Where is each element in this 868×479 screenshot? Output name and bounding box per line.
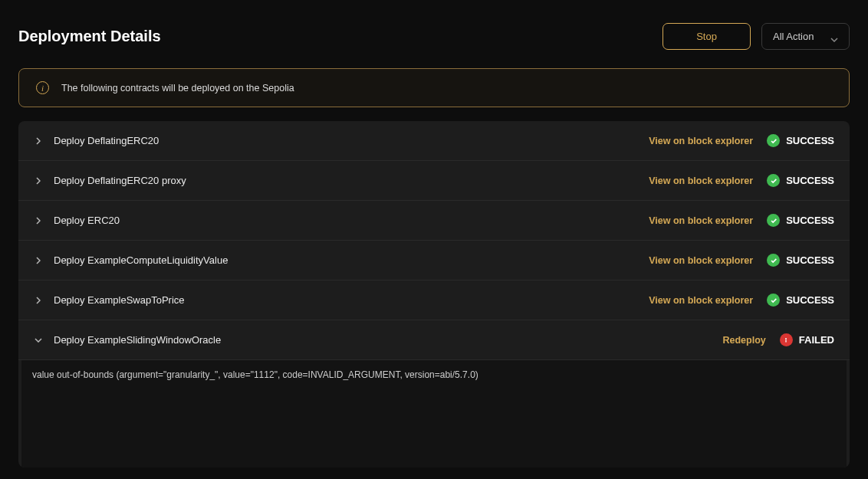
deploy-label: Deploy ExampleComputeLiquidityValue <box>54 254 649 266</box>
deploy-label: Deploy ExampleSwapToPrice <box>54 294 649 306</box>
redeploy-link[interactable]: Redeploy <box>723 335 766 346</box>
deploy-item-expanded[interactable]: Deploy ExampleSlidingWindowOracle Redepl… <box>18 320 850 360</box>
deploy-label: Deploy ExampleSlidingWindowOracle <box>54 334 723 346</box>
chevron-down-icon <box>830 33 838 41</box>
status-text: SUCCESS <box>786 175 834 186</box>
chevron-right-icon[interactable] <box>34 136 43 146</box>
deploy-item[interactable]: Deploy DeflatingERC20 View on block expl… <box>18 121 850 161</box>
deploy-label: Deploy DeflatingERC20 <box>54 135 649 146</box>
error-icon <box>780 333 793 346</box>
status-badge: FAILED <box>780 333 834 346</box>
check-icon <box>767 214 780 227</box>
page-header: Deployment Details Stop All Action <box>18 23 850 50</box>
chevron-right-icon[interactable] <box>34 216 43 225</box>
header-actions: Stop All Action <box>663 23 850 50</box>
all-action-dropdown[interactable]: All Action <box>761 23 850 50</box>
chevron-down-icon[interactable] <box>34 336 43 345</box>
view-explorer-link[interactable]: View on block explorer <box>649 215 753 226</box>
check-icon <box>767 174 780 187</box>
status-text: SUCCESS <box>786 254 834 266</box>
deploy-list: Deploy DeflatingERC20 View on block expl… <box>18 121 850 468</box>
chevron-right-icon[interactable] <box>34 256 43 265</box>
view-explorer-link[interactable]: View on block explorer <box>649 295 753 306</box>
view-explorer-link[interactable]: View on block explorer <box>649 176 753 186</box>
svg-rect-1 <box>786 340 787 342</box>
check-icon <box>767 294 780 307</box>
deploy-item[interactable]: Deploy ExampleSwapToPrice View on block … <box>18 281 850 320</box>
check-icon <box>767 254 780 267</box>
deploy-label: Deploy ERC20 <box>54 215 649 226</box>
chevron-right-icon[interactable] <box>34 296 43 305</box>
status-badge: SUCCESS <box>767 134 834 147</box>
error-message: value out-of-bounds (argument="granulari… <box>32 369 836 380</box>
status-badge: SUCCESS <box>767 254 834 267</box>
svg-point-0 <box>785 337 787 339</box>
status-badge: SUCCESS <box>767 174 834 187</box>
status-badge: SUCCESS <box>767 214 834 227</box>
info-banner: i The following contracts will be deploy… <box>18 68 850 107</box>
stop-button[interactable]: Stop <box>663 23 751 50</box>
status-text: SUCCESS <box>786 294 834 306</box>
info-icon: i <box>36 81 49 94</box>
deploy-item[interactable]: Deploy ERC20 View on block explorer SUCC… <box>18 201 850 241</box>
deploy-item[interactable]: Deploy ExampleComputeLiquidityValue View… <box>18 241 850 281</box>
status-text: SUCCESS <box>786 215 834 226</box>
deploy-item[interactable]: Deploy DeflatingERC20 proxy View on bloc… <box>18 161 850 201</box>
chevron-right-icon[interactable] <box>34 176 43 185</box>
error-panel: value out-of-bounds (argument="granulari… <box>21 360 847 468</box>
view-explorer-link[interactable]: View on block explorer <box>649 136 753 146</box>
status-text: FAILED <box>799 334 834 346</box>
status-badge: SUCCESS <box>767 294 834 307</box>
status-text: SUCCESS <box>786 135 834 146</box>
dropdown-label: All Action <box>773 31 814 42</box>
deploy-label: Deploy DeflatingERC20 proxy <box>54 175 649 186</box>
page-title: Deployment Details <box>18 28 161 45</box>
check-icon <box>767 134 780 147</box>
view-explorer-link[interactable]: View on block explorer <box>649 255 753 266</box>
info-text: The following contracts will be deployed… <box>61 83 294 94</box>
